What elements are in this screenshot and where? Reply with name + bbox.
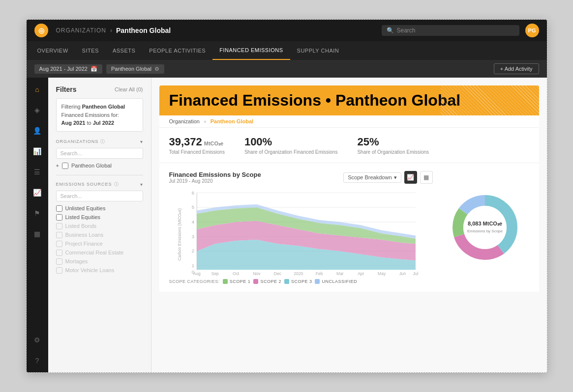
orgs-collapse-icon[interactable]: ▾ <box>140 139 143 144</box>
scope2-color <box>253 279 258 284</box>
svg-text:Aug: Aug <box>193 271 200 276</box>
chart-left: Financed Emissions by Scope Jul 2019 - A… <box>169 171 433 284</box>
legend-scope2: Scope 2 <box>253 279 281 284</box>
org-filter-chip[interactable]: Pantheon Global ⚙ <box>106 64 164 74</box>
donut-chart-area: 8,083 MtCO₂e Emissions by Scope <box>441 171 529 284</box>
svg-text:2: 2 <box>191 248 194 253</box>
top-bar: ◎ ORGANIZATION › Pantheon Global 🔍 PG <box>27 20 547 41</box>
stat-share-emissions: 25% Share of Organization Emissions <box>357 136 429 155</box>
unclassified-label: Unclassified <box>322 279 357 284</box>
filter-bar: Aug 2021 - Jul 2022 📅 Pantheon Global ⚙ … <box>27 60 547 78</box>
emissions-info-icon: ⓘ <box>114 181 119 188</box>
svg-point-31 <box>463 206 507 249</box>
search-box[interactable]: 🔍 <box>382 25 519 36</box>
stat-share-financed-value: 100% <box>244 136 338 148</box>
tab-overview[interactable]: OVERVIEW <box>30 41 75 60</box>
svg-text:May: May <box>378 271 386 276</box>
tab-assets[interactable]: ASSETS <box>106 41 142 60</box>
svg-text:8,083 MtCO₂e: 8,083 MtCO₂e <box>467 221 502 226</box>
nav-tabs: OVERVIEW SITES ASSETS PEOPLE ACTIVITIES … <box>27 41 547 60</box>
emissions-search-input[interactable] <box>56 191 143 201</box>
motor-vehicle-checkbox <box>56 267 62 274</box>
commercial-re-checkbox <box>56 250 62 256</box>
tab-people-activities[interactable]: PEOPLE ACTIVITIES <box>142 41 212 60</box>
sidebar-icon-home[interactable]: ⌂ <box>30 83 44 96</box>
bc-current: Pantheon Global <box>211 118 253 124</box>
sidebar-icon-layers[interactable]: ◈ <box>30 103 44 117</box>
tab-sites[interactable]: SITES <box>75 41 106 60</box>
main-layout: ⌂ ◈ 👤 📊 ☰ 📈 ⚑ ▦ ⚙ ? Filters Clear All (0… <box>27 78 547 372</box>
svg-text:Oct: Oct <box>233 271 240 276</box>
filter-item-business-loans: Business Loans <box>56 232 143 238</box>
sidebar-icon-chart[interactable]: 📊 <box>30 144 44 158</box>
tab-financed-emissions[interactable]: FINANCED EMISSIONS <box>212 41 290 60</box>
emissions-collapse-icon[interactable]: ▾ <box>140 182 143 187</box>
pantheon-global-checkbox[interactable] <box>62 163 68 169</box>
sidebar-icon-list[interactable]: ☰ <box>30 165 44 179</box>
scope1-label: Scope 1 <box>230 279 251 284</box>
chart-controls: Scope Breakdown ▾ 📈 ▦ <box>343 171 432 184</box>
svg-text:Nov: Nov <box>253 271 261 276</box>
svg-text:Jul: Jul <box>413 271 418 276</box>
filter-item-mortgages: Mortages <box>56 258 143 265</box>
sidebar-icon-settings[interactable]: ⚙ <box>30 333 44 347</box>
search-input[interactable] <box>397 27 514 34</box>
emissions-section-title: EMISSIONS SOURCES ⓘ ▾ <box>56 181 143 188</box>
app-window: ◎ ORGANIZATION › Pantheon Global 🔍 PG OV… <box>26 19 547 373</box>
project-finance-checkbox <box>56 241 62 247</box>
stat-total-label: Total Financed Emissions <box>169 149 225 155</box>
scope-dropdown[interactable]: Scope Breakdown ▾ <box>343 172 401 183</box>
svg-text:5: 5 <box>191 204 194 210</box>
sidebar-icon-user[interactable]: 👤 <box>30 124 44 138</box>
app-logo[interactable]: ◎ <box>34 24 48 37</box>
clear-all-button[interactable]: Clear All (0) <box>115 86 143 92</box>
area-chart-svg: 6 5 4 3 2 1 0 <box>169 188 433 276</box>
stat-total-financed: 39,372 MtCO₂e Total Financed Emissions <box>169 136 225 155</box>
search-icon: 🔍 <box>387 27 394 34</box>
legend-scope3: Scope 3 <box>284 279 312 284</box>
orgs-info-icon: ⓘ <box>100 139 105 145</box>
bar-chart-button[interactable]: ▦ <box>420 171 433 184</box>
orgs-search-input[interactable] <box>56 148 143 159</box>
avatar[interactable]: PG <box>525 24 539 37</box>
svg-text:1: 1 <box>191 263 194 268</box>
sidebar-icon-help[interactable]: ? <box>30 354 44 367</box>
bc-org-link[interactable]: Organization <box>169 118 200 124</box>
svg-text:Dec: Dec <box>273 271 281 276</box>
mortgages-checkbox <box>56 258 62 265</box>
scope3-label: Scope 3 <box>291 279 312 284</box>
breadcrumb: Organization › Pantheon Global <box>159 115 539 128</box>
stat-total-unit: MtCO₂e <box>204 140 223 147</box>
svg-text:2020: 2020 <box>294 271 303 276</box>
stats-row: 39,372 MtCO₂e Total Financed Emissions 1… <box>159 128 539 163</box>
scope-dropdown-label: Scope Breakdown <box>348 174 392 180</box>
filter-item-listed-bonds: Listed Bonds <box>56 223 143 229</box>
stat-share-emissions-value: 25% <box>357 136 429 148</box>
filter-header: Filters Clear All (0) <box>56 85 143 93</box>
chart-title: Financed Emissions by Scope <box>169 171 261 178</box>
banner-title: Financed Emissions • Pantheon Global <box>169 91 529 110</box>
dropdown-chevron-icon: ▾ <box>394 174 397 181</box>
sidebar-icon-flag[interactable]: ⚑ <box>30 206 44 220</box>
date-range-chip[interactable]: Aug 2021 - Jul 2022 📅 <box>34 64 102 74</box>
add-activity-button[interactable]: + Add Activity <box>494 63 539 74</box>
unlisted-equities-checkbox[interactable] <box>56 205 62 212</box>
banner-dot: • <box>326 91 335 109</box>
emissions-banner: Financed Emissions • Pantheon Global <box>159 85 539 115</box>
legend-title: SCOPE CATEGORIES: <box>169 279 220 284</box>
tab-supply-chain[interactable]: SUPPLY CHAIN <box>290 41 346 60</box>
filter-info-box: Filtering Pantheon Global Financed Emiss… <box>56 98 143 132</box>
chart-section: Financed Emissions by Scope Jul 2019 - A… <box>159 163 539 292</box>
svg-text:3: 3 <box>191 234 194 239</box>
svg-text:Sep: Sep <box>211 271 218 276</box>
scope1-color <box>223 279 228 284</box>
filter-panel: Filters Clear All (0) Filtering Pantheon… <box>48 78 151 372</box>
sidebar-icon-grid[interactable]: ▦ <box>30 227 44 241</box>
listed-equities-checkbox[interactable] <box>56 214 62 221</box>
svg-text:4: 4 <box>191 219 194 224</box>
sidebar-icon-trending[interactable]: 📈 <box>30 186 44 199</box>
add-org-button[interactable]: + Pantheon Global <box>56 163 143 169</box>
line-chart-button[interactable]: 📈 <box>404 171 417 184</box>
svg-text:Carbon Emissions (MtCO₂e): Carbon Emissions (MtCO₂e) <box>177 208 182 261</box>
stat-share-financed-label: Share of Organization Financed Emissions <box>244 149 338 155</box>
